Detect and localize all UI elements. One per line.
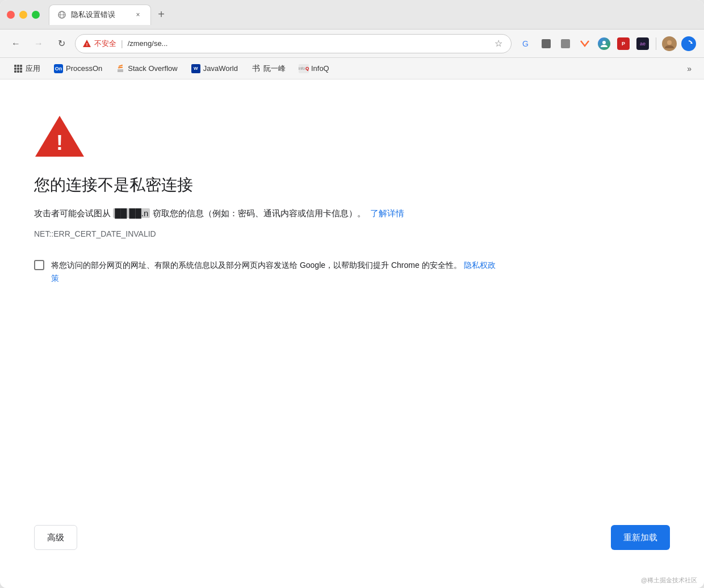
svg-text:G: G (522, 39, 529, 48)
bookmark-stackoverflow-label: Stack Overflow (128, 64, 177, 73)
minimize-button[interactable] (19, 11, 27, 19)
title-bar: 隐私设置错误 × + (0, 0, 704, 30)
error-desc-before: 攻击者可能会试图从 (34, 208, 111, 218)
svg-point-5 (602, 41, 606, 44)
address-separator: | (121, 39, 123, 48)
error-icon-wrap: ! (34, 114, 670, 161)
bookmark-ruanyifeng[interactable]: 书 阮一峰 (246, 61, 291, 76)
back-button[interactable]: ← (7, 35, 25, 53)
svg-rect-8 (118, 69, 123, 70)
tab-title: 隐私设置错误 (71, 10, 129, 20)
bookmark-ruanyifeng-label: 阮一峰 (263, 64, 286, 74)
book-icon: 书 (252, 64, 261, 73)
bookmarks-bar: 应用 On ProcessOn Stack Overflow (0, 58, 704, 79)
svg-rect-11 (119, 64, 123, 66)
watermark: @稀土掘金技术社区 (0, 573, 704, 588)
bookmark-processon-label: ProcessOn (66, 64, 102, 73)
infoq-icon: infoQ (299, 64, 308, 73)
javaworld-icon: W (191, 64, 200, 73)
bookmark-infoq-label: InfoQ (311, 64, 329, 73)
bookmark-star-icon[interactable]: ☆ (493, 38, 504, 49)
bookmark-javaworld[interactable]: W JavaWorld (186, 62, 244, 75)
translate-icon[interactable]: G (518, 35, 535, 52)
close-button[interactable] (7, 11, 15, 19)
error-triangle-icon: ! (34, 114, 85, 159)
error-desc-domain: ██ ██.n (113, 208, 150, 218)
privacy-check-text: 将您访问的部分网页的网址、有限的系统信息以及部分网页内容发送给 Google，以… (51, 261, 462, 270)
bookmark-apps-label: 应用 (26, 64, 40, 74)
extension2-icon[interactable] (557, 35, 574, 52)
toolbar-icons: G (518, 35, 697, 52)
learn-more-link[interactable]: 了解详情 (370, 208, 404, 218)
ae-icon[interactable]: ae (634, 35, 651, 52)
traffic-lights (7, 11, 40, 19)
forward-button[interactable]: → (30, 35, 48, 53)
tab-favicon (57, 10, 66, 19)
bookmark-javaworld-label: JavaWorld (203, 64, 238, 73)
error-description: 攻击者可能会试图从 ██ ██.n 窃取您的信息（例如：密码、通讯内容或信用卡信… (34, 207, 500, 220)
bookmark-stackoverflow[interactable]: Stack Overflow (110, 62, 183, 75)
advanced-button[interactable]: 高级 (34, 525, 77, 550)
extension1-icon[interactable] (538, 35, 555, 52)
new-tab-button[interactable]: + (153, 7, 169, 23)
svg-text:!: ! (56, 131, 63, 154)
stackoverflow-icon (116, 64, 125, 73)
address-text: /zmeng/se... (128, 39, 488, 48)
page-content: ! 您的连接不是私密连接 攻击者可能会试图从 ██ ██.n 窃取您的信息（例如… (0, 79, 704, 573)
reload-button[interactable]: 重新加载 (611, 525, 670, 550)
mavon-icon[interactable] (576, 35, 593, 52)
svg-rect-9 (118, 70, 123, 72)
bookmarks-more-button[interactable]: » (682, 62, 696, 75)
bookmark-processon[interactable]: On ProcessOn (48, 62, 108, 75)
svg-text:!: ! (86, 42, 88, 47)
tab-bar: 隐私设置错误 × + (49, 5, 697, 25)
address-icons: ☆ (493, 38, 504, 49)
refresh-button[interactable]: ↻ (52, 35, 70, 53)
wps-icon[interactable]: P (615, 35, 632, 52)
tab-close-button[interactable]: × (133, 10, 143, 19)
error-code: NET::ERR_CERT_DATE_INVALID (34, 229, 670, 238)
warning-icon: ! (82, 39, 91, 48)
svg-rect-10 (118, 66, 123, 68)
error-title: 您的连接不是私密连接 (34, 175, 670, 195)
active-tab[interactable]: 隐私设置错误 × (49, 5, 151, 25)
svg-point-6 (667, 40, 672, 45)
security-warning: ! 不安全 (82, 39, 116, 49)
bookmark-apps[interactable]: 应用 (8, 61, 46, 76)
privacy-checkbox[interactable] (34, 260, 44, 270)
browser-window: 隐私设置错误 × + ← → ↻ ! 不安全 | /zmeng/se... ☆ (0, 0, 704, 588)
privacy-check-row: 将您访问的部分网页的网址、有限的系统信息以及部分网页内容发送给 Google，以… (34, 259, 500, 284)
toolbar-divider (656, 37, 656, 50)
user-avatar[interactable] (661, 35, 678, 52)
address-bar[interactable]: ! 不安全 | /zmeng/se... ☆ (75, 34, 512, 53)
error-desc-after: 窃取您的信息（例如：密码、通讯内容或信用卡信息）。 (153, 208, 366, 218)
update-icon[interactable] (680, 35, 697, 52)
bookmark-infoq[interactable]: infoQ InfoQ (294, 62, 335, 75)
apps-grid-icon (14, 64, 23, 73)
privacy-label: 将您访问的部分网页的网址、有限的系统信息以及部分网页内容发送给 Google，以… (51, 259, 500, 284)
circle-icon[interactable] (596, 35, 613, 52)
maximize-button[interactable] (32, 11, 40, 19)
page-footer: 高级 重新加载 (34, 514, 670, 550)
nav-bar: ← → ↻ ! 不安全 | /zmeng/se... ☆ G (0, 30, 704, 58)
processon-icon: On (54, 64, 63, 73)
security-label: 不安全 (94, 39, 116, 49)
